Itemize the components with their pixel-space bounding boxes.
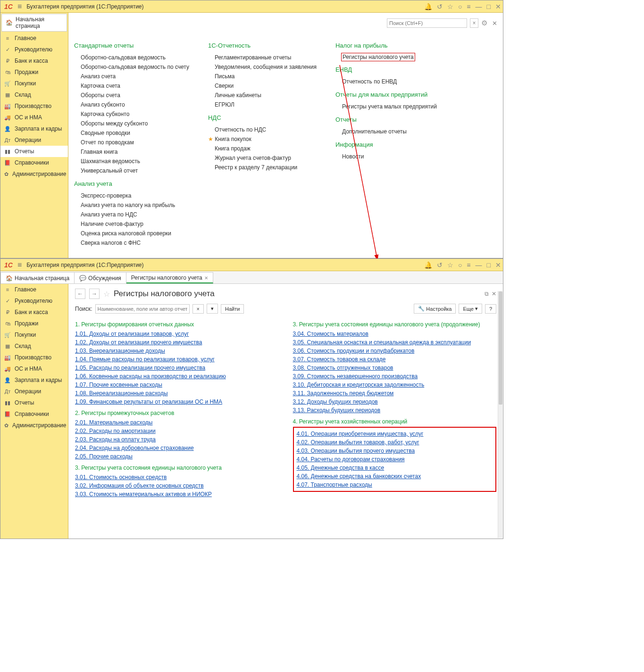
- menu-item[interactable]: Экспресс-проверка: [74, 191, 189, 200]
- sidebar-item[interactable]: ДтОперации: [0, 134, 68, 146]
- register-link[interactable]: 2.01. Материальные расходы: [75, 418, 279, 427]
- sidebar-item[interactable]: ₽Банк и касса: [0, 307, 68, 318]
- star-icon[interactable]: ☆: [447, 3, 453, 10]
- register-link[interactable]: 4.07. Транспортные расходы: [297, 481, 493, 489]
- register-link[interactable]: 2.05. Прочие расходы: [75, 452, 279, 461]
- menu-item[interactable]: Регистры налогового учета: [341, 53, 415, 61]
- sidebar-item[interactable]: 🛒Покупки: [0, 329, 68, 340]
- sidebar-item[interactable]: 📕Справочники: [0, 157, 68, 168]
- sidebar-item[interactable]: 🏭Производство: [0, 100, 68, 112]
- menu-item[interactable]: Личные кабинеты: [208, 91, 317, 100]
- close-page-icon[interactable]: ✕: [492, 290, 496, 297]
- search-clear-btn[interactable]: ×: [192, 304, 204, 314]
- sidebar-item[interactable]: ▦Склад: [0, 340, 68, 352]
- menu-item[interactable]: Анализ субконто: [74, 100, 189, 109]
- menu-item[interactable]: Анализ счета: [74, 72, 189, 81]
- options-icon[interactable]: ≡: [467, 3, 470, 10]
- sidebar-item[interactable]: ✿Администрирование: [0, 168, 68, 180]
- register-link[interactable]: 3.12. Доходы будущих периодов: [293, 398, 497, 406]
- menu-item[interactable]: Шахматная ведомость: [74, 157, 189, 166]
- sidebar-item[interactable]: 🏭Производство: [0, 352, 68, 363]
- register-link[interactable]: 3.07. Стоимость товаров на складе: [293, 355, 497, 364]
- menu-item[interactable]: Обороты между субконто: [74, 119, 189, 128]
- menu-item[interactable]: Книга продаж: [208, 144, 317, 153]
- tab-close-icon[interactable]: ✕: [204, 275, 208, 281]
- dot-icon[interactable]: ○: [458, 3, 462, 10]
- sidebar-item[interactable]: 🛍Продажи: [0, 66, 68, 78]
- link-icon[interactable]: ⧉: [485, 290, 489, 297]
- find-button[interactable]: Найти: [221, 304, 244, 314]
- register-link[interactable]: 3.11. Задолженность перед бюджетом: [293, 389, 497, 398]
- menu-item[interactable]: Оценка риска налоговой проверки: [74, 229, 189, 238]
- register-link[interactable]: 1.04. Прямые расходы по реализации товар…: [75, 355, 279, 364]
- menu-item[interactable]: Дополнительные отчеты: [335, 127, 437, 136]
- menu-item[interactable]: Оборотно-сальдовая ведомость: [74, 53, 189, 62]
- maximize-icon[interactable]: □: [487, 3, 491, 10]
- register-link[interactable]: 1.08. Внереализационные расходы: [75, 389, 279, 398]
- menu-item[interactable]: Отчетность по НДС: [208, 125, 317, 134]
- register-link[interactable]: 4.03. Операции выбытия прочего имущества: [297, 447, 493, 455]
- menu-item[interactable]: Анализ учета по налогу на прибыль: [74, 200, 189, 210]
- register-link[interactable]: 1.07. Прочие косвенные расходы: [75, 381, 279, 389]
- menu-icon[interactable]: ≡: [17, 261, 22, 269]
- sidebar-item[interactable]: 📕Справочники: [0, 408, 68, 420]
- more-button[interactable]: Еще▾: [459, 304, 482, 314]
- maximize-icon[interactable]: □: [487, 261, 491, 269]
- sidebar-item[interactable]: 🛍Продажи: [0, 318, 68, 329]
- register-link[interactable]: 4.02. Операции выбытия товаров, работ, у…: [297, 438, 493, 447]
- menu-item[interactable]: Карточка счета: [74, 81, 189, 91]
- register-link[interactable]: 4.01. Операции приобретения имущества, у…: [297, 430, 493, 438]
- menu-item[interactable]: Главная книга: [74, 147, 189, 157]
- register-link[interactable]: 3.06. Стоимость продукции и полуфабрикат…: [293, 347, 497, 355]
- menu-item[interactable]: Оборотно-сальдовая ведомость по счету: [74, 62, 189, 72]
- sidebar-item[interactable]: 🚚ОС и НМА: [0, 112, 68, 123]
- scrollbar[interactable]: [498, 291, 502, 538]
- register-link[interactable]: 4.06. Денежные средства на банковских сч…: [297, 472, 493, 481]
- sidebar-item[interactable]: ₽Банк и касса: [0, 55, 68, 66]
- menu-item[interactable]: Универсальный отчет: [74, 166, 189, 175]
- register-link[interactable]: 2.03. Расходы на оплату труда: [75, 435, 279, 444]
- tab[interactable]: 🏠Начальная страница: [0, 272, 75, 283]
- sidebar-item[interactable]: 👤Зарплата и кадры: [0, 123, 68, 134]
- register-link[interactable]: 2.04. Расходы на добровольное страховани…: [75, 444, 279, 452]
- menu-item[interactable]: Книга покупок: [208, 134, 317, 144]
- search-clear[interactable]: ×: [470, 18, 478, 28]
- menu-item[interactable]: Письма: [208, 72, 317, 81]
- menu-item[interactable]: Отчет по проводкам: [74, 138, 189, 147]
- history-icon[interactable]: ↺: [437, 261, 443, 269]
- sidebar-item[interactable]: ≡Главное: [0, 33, 68, 44]
- register-link[interactable]: 4.05. Денежные средства в кассе: [297, 464, 493, 472]
- menu-item[interactable]: Отчетность по ЕНВД: [335, 77, 437, 86]
- panel-close-icon[interactable]: ✕: [492, 20, 497, 27]
- help-button[interactable]: ?: [485, 304, 496, 314]
- bell-icon[interactable]: 🔔: [424, 3, 432, 10]
- sidebar-item[interactable]: 👤Зарплата и кадры: [0, 374, 68, 386]
- menu-item[interactable]: Обороты счета: [74, 91, 189, 100]
- register-link[interactable]: 3.05. Специальная оснастка и специальная…: [293, 338, 497, 347]
- sidebar-item[interactable]: 🛒Покупки: [0, 78, 68, 89]
- menu-item[interactable]: Сводные проводки: [74, 128, 189, 138]
- menu-item[interactable]: Регистры учета малых предприятий: [335, 102, 437, 111]
- menu-item[interactable]: Сверки: [208, 81, 317, 91]
- settings-button[interactable]: 🔧Настройка: [414, 304, 456, 314]
- register-link[interactable]: 3.13. Расходы будущих периодов: [293, 406, 497, 415]
- close-icon[interactable]: ✕: [495, 3, 501, 10]
- register-link[interactable]: 3.04. Стоимость материалов: [293, 330, 497, 338]
- sidebar-item[interactable]: ✓Руководителю: [0, 44, 68, 55]
- bell-icon[interactable]: 🔔: [424, 261, 432, 269]
- search-dropdown[interactable]: ▾: [207, 304, 218, 314]
- register-link[interactable]: 2.02. Расходы по амортизации: [75, 427, 279, 435]
- menu-item[interactable]: ЕГРЮЛ: [208, 100, 317, 109]
- register-link[interactable]: 3.09. Стоимость незавершенного производс…: [293, 372, 497, 381]
- back-button[interactable]: ←: [75, 289, 85, 299]
- dot-icon[interactable]: ○: [458, 261, 462, 269]
- options-icon[interactable]: ≡: [467, 261, 470, 269]
- register-link[interactable]: 3.02. Информация об объекте основных сре…: [75, 481, 279, 490]
- forward-button[interactable]: →: [89, 289, 100, 299]
- menu-item[interactable]: Новости: [335, 152, 437, 161]
- tab[interactable]: Регистры налогового учета✕: [126, 272, 213, 283]
- sidebar-home[interactable]: 🏠Начальная страница: [1, 14, 67, 32]
- sidebar-item[interactable]: 🚚ОС и НМА: [0, 363, 68, 374]
- menu-item[interactable]: Реестр к разделу 7 декларации: [208, 163, 317, 172]
- search-field[interactable]: [95, 304, 190, 314]
